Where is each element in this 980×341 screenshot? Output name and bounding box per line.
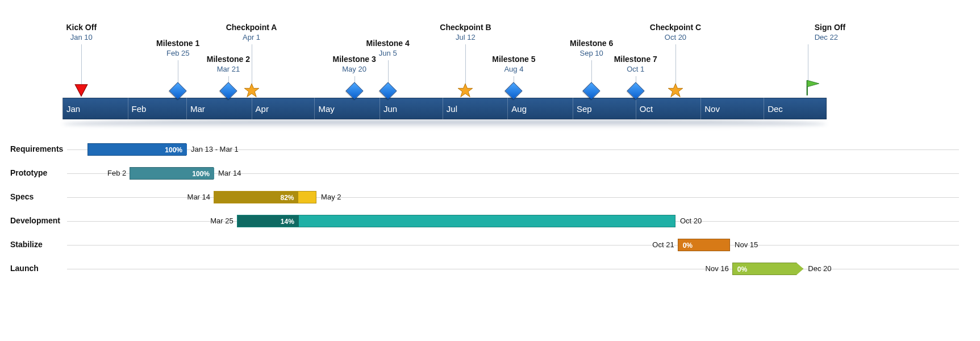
svg-marker-3 xyxy=(668,84,683,97)
milestone-title: Milestone 7 xyxy=(614,55,657,64)
milestone-date: Mar 21 xyxy=(207,65,250,73)
month-tick: Feb xyxy=(128,98,147,119)
month-tick: Aug xyxy=(507,98,527,119)
task-end-date: Dec 20 xyxy=(808,264,831,273)
milestone-date: Oct 1 xyxy=(614,65,657,73)
month-label: Jul xyxy=(447,104,457,114)
month-label: Jun xyxy=(383,104,397,114)
month-tick: Jan xyxy=(62,98,80,119)
month-label: Apr xyxy=(256,104,269,114)
milestone: Milestone 5Aug 4 xyxy=(492,55,535,73)
milestone-connector xyxy=(81,44,82,84)
svg-marker-0 xyxy=(75,85,87,97)
task-bar: 100% xyxy=(130,167,214,180)
milestone-date: Dec 22 xyxy=(815,33,845,41)
month-label: Dec xyxy=(768,104,783,114)
month-tick: Nov xyxy=(700,98,720,119)
month-label: Feb xyxy=(132,104,147,114)
task-start-date: Feb 2 xyxy=(107,169,126,177)
task-percent: 0% xyxy=(679,239,696,252)
task-end-date: Jan 13 - Mar 1 xyxy=(191,145,239,153)
diamond-icon xyxy=(345,82,363,99)
milestone-title: Milestone 4 xyxy=(366,39,410,48)
month-tick: Sep xyxy=(573,98,592,119)
task-end-date: Oct 20 xyxy=(680,217,702,225)
milestone: Checkpoint BJul 12 xyxy=(440,23,491,41)
star-icon xyxy=(668,83,683,99)
task-label: Development xyxy=(10,216,60,225)
task-percent: 0% xyxy=(734,263,750,276)
task-row: Prototype100%Feb 2Mar 14 xyxy=(10,167,970,180)
milestone: Sign OffDec 22 xyxy=(815,23,845,41)
milestone: Milestone 6Sep 10 xyxy=(570,39,613,57)
milestone-title: Checkpoint B xyxy=(440,23,491,32)
milestone-title: Milestone 2 xyxy=(207,55,250,64)
milestone-date: Sep 10 xyxy=(570,49,613,57)
task-row: Stabilize0%Oct 21Nov 15 xyxy=(10,239,970,251)
gantt-chart: JanFebMarAprMayJunJulAugSepOctNovDecKick… xyxy=(0,0,980,341)
task-percent: 14% xyxy=(277,215,298,228)
diamond-icon xyxy=(583,82,600,99)
milestone-connector xyxy=(178,60,178,84)
milestone-connector xyxy=(675,44,676,84)
month-tick: Mar xyxy=(186,98,205,119)
task-label: Prototype xyxy=(10,168,47,177)
task-percent: 82% xyxy=(277,192,297,204)
task-start-date: Nov 16 xyxy=(706,264,729,273)
month-label: Nov xyxy=(704,104,720,114)
milestone: Checkpoint AApr 1 xyxy=(226,23,277,41)
svg-marker-2 xyxy=(458,84,473,97)
month-label: Sep xyxy=(577,104,592,114)
task-row: Specs82%Mar 14May 2 xyxy=(10,191,970,203)
milestone-title: Milestone 6 xyxy=(570,39,613,48)
milestone: Milestone 7Oct 1 xyxy=(614,55,657,73)
svg-marker-5 xyxy=(807,80,819,87)
milestone-connector xyxy=(591,60,592,84)
milestone-title: Checkpoint A xyxy=(226,23,277,32)
milestone-connector xyxy=(808,44,808,84)
diamond-icon xyxy=(505,82,523,99)
task-start-date: Oct 21 xyxy=(652,240,674,249)
month-tick: Apr xyxy=(252,98,269,119)
milestone-date: Jan 10 xyxy=(66,33,97,41)
milestone-date: Apr 1 xyxy=(226,33,277,41)
month-tick: Dec xyxy=(764,98,783,119)
month-label: Oct xyxy=(640,104,653,114)
milestone-title: Sign Off xyxy=(815,23,845,32)
month-tick: May xyxy=(314,98,334,119)
month-tick: Jul xyxy=(443,98,457,119)
month-tick: Oct xyxy=(636,98,653,119)
milestone-date: May 20 xyxy=(332,65,376,73)
task-row: Requirements100%Jan 13 - Mar 1 xyxy=(10,143,970,156)
milestone: Milestone 4Jun 5 xyxy=(366,39,410,57)
milestone-title: Kick Off xyxy=(66,23,97,32)
milestone-date: Oct 20 xyxy=(650,33,701,41)
month-label: May xyxy=(318,104,334,114)
task-bar: 82% xyxy=(214,191,316,203)
diamond-icon xyxy=(169,82,187,99)
month-label: Jan xyxy=(66,104,80,114)
star-icon xyxy=(244,83,260,99)
milestone-date: Jun 5 xyxy=(366,49,410,57)
task-start-date: Mar 14 xyxy=(187,193,210,201)
task-guide-line xyxy=(67,245,959,246)
task-bar: 14% xyxy=(237,215,675,227)
milestone: Kick OffJan 10 xyxy=(66,23,97,41)
timeline-shadow xyxy=(62,120,827,128)
task-start-date: Mar 25 xyxy=(210,217,233,225)
task-label: Stabilize xyxy=(10,240,43,249)
diamond-icon xyxy=(379,82,397,99)
task-end-date: Mar 14 xyxy=(218,169,241,177)
task-label: Specs xyxy=(10,192,34,201)
diamond-icon xyxy=(219,82,237,99)
milestone-date: Jul 12 xyxy=(440,33,491,41)
milestone-title: Milestone 1 xyxy=(156,39,199,48)
month-tick: Jun xyxy=(380,98,397,119)
milestone: Milestone 1Feb 25 xyxy=(156,39,199,57)
svg-marker-1 xyxy=(244,84,259,97)
task-label: Launch xyxy=(10,264,39,273)
task-bar: 0% xyxy=(732,263,804,275)
milestone: Checkpoint COct 20 xyxy=(650,23,701,41)
task-percent: 100% xyxy=(161,144,186,156)
milestone-title: Milestone 5 xyxy=(492,55,535,64)
